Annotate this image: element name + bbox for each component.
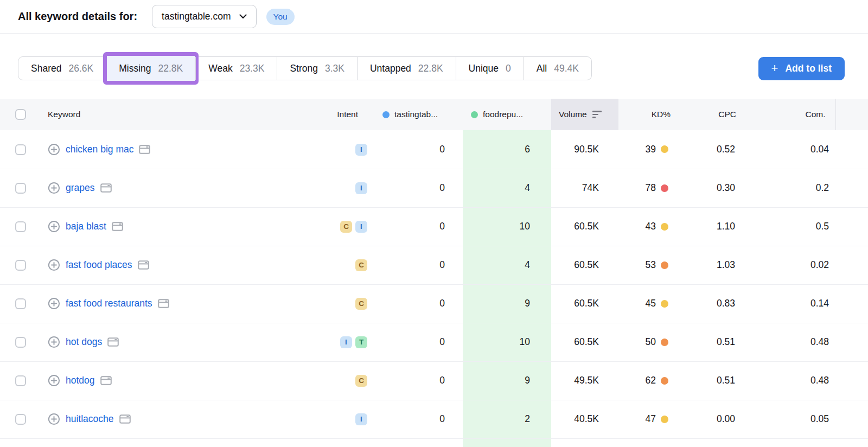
column-header-competitor2[interactable]: foodrepu... bbox=[471, 110, 551, 119]
expand-plus-icon[interactable] bbox=[48, 413, 60, 425]
kd-difficulty-dot bbox=[661, 223, 668, 231]
volume-value: 49.5K bbox=[551, 361, 618, 400]
select-all-checkbox[interactable] bbox=[15, 109, 26, 120]
column-header-volume[interactable]: Volume bbox=[559, 110, 618, 119]
table-row: fast food restaurants C 0 9 60.5K bbox=[0, 284, 868, 323]
serp-features-icon[interactable] bbox=[100, 183, 112, 193]
kd-value: 78 bbox=[646, 182, 656, 194]
column-header-keyword[interactable]: Keyword bbox=[35, 99, 326, 130]
tab-unique[interactable]: Unique 0 bbox=[456, 57, 524, 80]
serp-features-icon[interactable] bbox=[100, 376, 112, 385]
table-row: huitlacoche I 0 2 40.5K bbox=[0, 400, 868, 438]
expand-plus-icon[interactable] bbox=[48, 297, 60, 310]
competitor1-position: 0 bbox=[372, 400, 463, 438]
row-checkbox[interactable] bbox=[15, 414, 26, 425]
row-checkbox[interactable] bbox=[15, 260, 26, 271]
tab-all[interactable]: All 49.4K bbox=[524, 57, 591, 80]
keyword-link[interactable]: hot dogs bbox=[66, 336, 102, 348]
intent-cell: C bbox=[326, 361, 372, 400]
expand-plus-icon[interactable] bbox=[48, 374, 60, 387]
expand-plus-icon[interactable] bbox=[48, 220, 60, 233]
expand-plus-icon[interactable] bbox=[48, 336, 60, 348]
kd-value: 53 bbox=[646, 259, 656, 271]
competitor2-position: 6 bbox=[463, 130, 551, 169]
cpc-value: 0.52 bbox=[690, 130, 757, 169]
serp-features-icon[interactable] bbox=[139, 145, 150, 154]
keyword-link[interactable]: huitlacoche bbox=[66, 413, 114, 425]
volume-value: 74K bbox=[551, 169, 618, 207]
tab-all-count: 49.4K bbox=[554, 63, 579, 74]
tab-strong[interactable]: Strong 3.3K bbox=[277, 57, 357, 80]
intent-cell: I bbox=[326, 130, 372, 169]
column-header-intent[interactable]: Intent bbox=[326, 99, 372, 130]
competitor1-dot-icon bbox=[382, 111, 390, 118]
keyword-link[interactable]: hotdog bbox=[66, 375, 95, 386]
serp-features-icon[interactable] bbox=[119, 414, 131, 424]
row-checkbox[interactable] bbox=[15, 298, 26, 309]
intent-badge-c: C bbox=[355, 298, 367, 310]
row-checkbox[interactable] bbox=[15, 337, 26, 348]
expand-plus-icon[interactable] bbox=[48, 143, 60, 156]
tab-shared[interactable]: Shared 26.6K bbox=[18, 57, 106, 80]
com-value: 0.2 bbox=[757, 169, 835, 207]
tab-strong-count: 3.3K bbox=[325, 63, 344, 74]
kd-difficulty-dot bbox=[661, 339, 668, 346]
volume-value: 60.5K bbox=[551, 246, 618, 284]
intent-badge-t: T bbox=[355, 336, 367, 348]
expand-plus-icon[interactable] bbox=[48, 182, 60, 194]
table-row: hotdog C 0 9 49.5K bbox=[0, 361, 868, 400]
add-to-list-button[interactable]: + Add to list bbox=[758, 57, 845, 80]
domain-selector-dropdown[interactable]: tastingtable.com bbox=[152, 5, 256, 28]
cpc-value: 1.10 bbox=[690, 207, 757, 246]
expand-plus-icon[interactable] bbox=[48, 259, 60, 271]
intent-badge-i: I bbox=[340, 336, 352, 348]
keyword-link[interactable]: fast food restaurants bbox=[66, 298, 152, 309]
kd-difficulty-dot bbox=[661, 300, 668, 308]
tab-weak[interactable]: Weak 23.3K bbox=[195, 57, 277, 80]
keyword-link[interactable]: baja blast bbox=[66, 221, 106, 232]
intent-badge-i: I bbox=[355, 221, 367, 233]
column-header-kd[interactable]: KD% bbox=[618, 99, 690, 130]
keyword-link[interactable]: chicken big mac bbox=[66, 144, 133, 155]
serp-features-icon[interactable] bbox=[158, 299, 169, 308]
intent-cell: I bbox=[326, 400, 372, 438]
toolbar: Shared 26.6K Missing 22.8K Weak 23.3K St… bbox=[18, 56, 845, 80]
serp-features-icon[interactable] bbox=[107, 337, 119, 347]
competitor1-position: 0 bbox=[372, 169, 463, 207]
com-value: 0.48 bbox=[757, 323, 835, 361]
row-checkbox[interactable] bbox=[15, 144, 26, 155]
column-header-com[interactable]: Com. bbox=[757, 99, 835, 130]
row-checkbox[interactable] bbox=[15, 221, 26, 232]
row-checkbox[interactable] bbox=[15, 183, 26, 194]
com-value: 0.48 bbox=[757, 361, 835, 400]
page-title: All keyword details for: bbox=[18, 10, 137, 23]
kd-value: 43 bbox=[646, 221, 656, 232]
intent-cell: IT bbox=[326, 323, 372, 361]
com-value: 0.5 bbox=[757, 207, 835, 246]
sort-descending-icon bbox=[592, 111, 602, 118]
keyword-link[interactable]: grapes bbox=[66, 182, 95, 194]
intent-badge-i: I bbox=[355, 144, 367, 156]
serp-features-icon[interactable] bbox=[112, 222, 123, 231]
competitor1-position: 0 bbox=[372, 207, 463, 246]
kd-value: 47 bbox=[646, 413, 656, 425]
cpc-value: 0.51 bbox=[690, 323, 757, 361]
keyword-link[interactable]: fast food places bbox=[66, 259, 132, 271]
tab-missing-count: 22.8K bbox=[158, 63, 183, 74]
domain-selector-value: tastingtable.com bbox=[162, 11, 231, 22]
table-header-row: Keyword Intent tastingtab... foodrepu... bbox=[0, 99, 868, 130]
you-badge: You bbox=[266, 9, 295, 25]
competitor2-position: 10 bbox=[463, 207, 551, 246]
tab-untapped-count: 22.8K bbox=[418, 63, 443, 74]
tab-shared-count: 26.6K bbox=[68, 63, 93, 74]
tab-missing[interactable]: Missing 22.8K bbox=[106, 57, 195, 80]
column-header-cpc[interactable]: CPC bbox=[690, 99, 757, 130]
volume-value: 60.5K bbox=[551, 207, 618, 246]
serp-features-icon[interactable] bbox=[138, 260, 149, 270]
cpc-value: 1.03 bbox=[690, 246, 757, 284]
table-row: hot dogs IT 0 10 60.5K bbox=[0, 323, 868, 361]
table-row: grapes I 0 4 74K bbox=[0, 169, 868, 207]
tab-untapped[interactable]: Untapped 22.8K bbox=[357, 57, 456, 80]
row-checkbox[interactable] bbox=[15, 375, 26, 386]
column-header-competitor1[interactable]: tastingtab... bbox=[382, 110, 463, 119]
